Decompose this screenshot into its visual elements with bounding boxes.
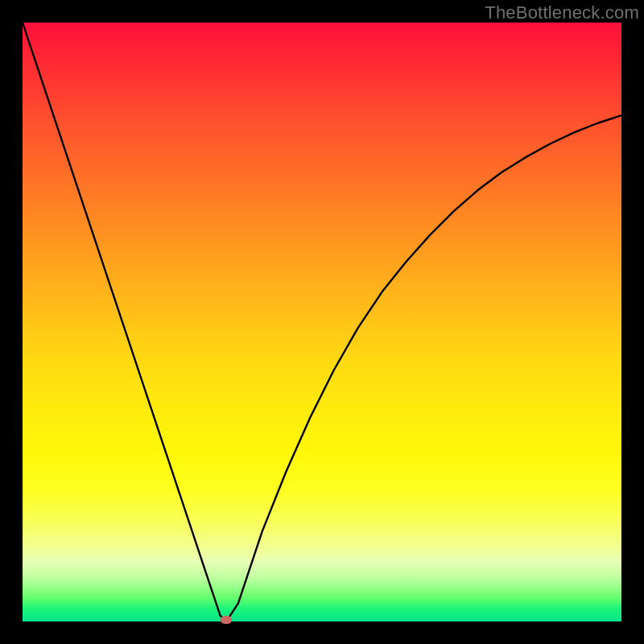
bottleneck-curve bbox=[23, 23, 621, 621]
curve-path bbox=[23, 23, 621, 621]
watermark-label: TheBottleneck.com bbox=[485, 2, 639, 23]
chart-frame: TheBottleneck.com bbox=[0, 0, 644, 644]
optimal-marker bbox=[221, 616, 232, 624]
plot-area bbox=[23, 23, 621, 621]
